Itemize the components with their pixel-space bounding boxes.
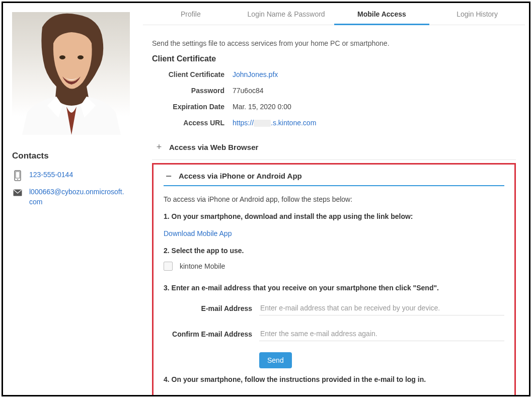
plus-icon: + <box>154 142 164 152</box>
page-container: Contacts 123-555-0144 l000663@cybozu.onm… <box>2 2 530 396</box>
expander-web-browser-title: Access via Web Browser <box>169 143 258 151</box>
url-redacted <box>254 120 271 127</box>
highlight-box-mobile-app: − Access via iPhone or Android App To ac… <box>152 163 516 395</box>
url-suffix: .s.kintone.com <box>271 119 316 127</box>
row-client-certificate: Client Certificate JohnJones.pfx <box>152 70 516 78</box>
link-access-url[interactable]: https://.s.kintone.com <box>233 119 316 127</box>
main-content: Profile Login Name & Password Mobile Acc… <box>139 3 529 395</box>
row-email: E-mail Address <box>164 301 504 315</box>
checkbox-kintone-mobile[interactable] <box>164 262 173 271</box>
link-download-mobile-app[interactable]: Download Mobile App <box>164 229 232 237</box>
value-expiration: Mar. 15, 2020 0:00 <box>233 103 291 111</box>
link-certificate-file[interactable]: JohnJones.pfx <box>233 70 278 78</box>
email-icon <box>12 187 23 198</box>
svg-point-1 <box>78 55 84 59</box>
tab-profile[interactable]: Profile <box>143 3 239 25</box>
contact-email-row: l000663@cybozu.onmicrosoft.com <box>12 187 127 207</box>
input-confirm-email[interactable] <box>259 327 504 341</box>
input-email[interactable] <box>259 301 504 315</box>
expander-web-browser[interactable]: + Access via Web Browser <box>152 135 516 160</box>
tab-login-history[interactable]: Login History <box>429 3 525 25</box>
contact-email-link[interactable]: l000663@cybozu.onmicrosoft.com <box>29 187 127 207</box>
value-password: 77u6oc84 <box>233 87 264 95</box>
row-access-url: Access URL https://.s.kintone.com <box>152 119 516 127</box>
mobile-app-intro: To access via iPhone or Android app, fol… <box>164 195 504 203</box>
row-password: Password 77u6oc84 <box>152 87 516 95</box>
contact-phone-link[interactable]: 123-555-0144 <box>29 170 73 180</box>
tab-bar: Profile Login Name & Password Mobile Acc… <box>143 3 525 25</box>
phone-icon <box>12 170 23 181</box>
step-2: 2. Select the app to use. <box>164 247 504 255</box>
label-confirm-email: Confirm E-mail Address <box>164 330 259 338</box>
label-client-certificate: Client Certificate <box>152 70 233 78</box>
tab-mobile-access[interactable]: Mobile Access <box>334 3 430 25</box>
svg-point-4 <box>17 179 18 180</box>
sidebar: Contacts 123-555-0144 l000663@cybozu.onm… <box>3 3 139 395</box>
expander-mobile-app[interactable]: − Access via iPhone or Android App <box>164 165 504 186</box>
contacts-heading: Contacts <box>12 151 127 161</box>
send-button-row: Send <box>164 352 504 368</box>
url-prefix: https:// <box>233 119 254 127</box>
step-3: 3. Enter an e-mail address that you rece… <box>164 284 504 292</box>
step-4: 4. On your smartphone, follow the instru… <box>164 375 504 383</box>
mobile-app-body: To access via iPhone or Android app, fol… <box>164 186 504 383</box>
step-1: 1. On your smartphone, download and inst… <box>164 212 504 220</box>
svg-rect-3 <box>16 172 20 178</box>
svg-point-0 <box>59 55 65 59</box>
intro-text: Send the settings file to access service… <box>152 39 516 47</box>
avatar <box>12 12 130 135</box>
row-expiration: Expiration Date Mar. 15, 2020 0:00 <box>152 103 516 111</box>
tab-content: Send the settings file to access service… <box>143 25 525 395</box>
checkbox-row-kintone-mobile: kintone Mobile <box>164 262 504 271</box>
label-access-url: Access URL <box>152 119 233 127</box>
client-cert-heading: Client Certificate <box>152 54 516 63</box>
minus-icon: − <box>164 173 174 180</box>
send-button[interactable]: Send <box>259 352 292 368</box>
label-expiration: Expiration Date <box>152 103 233 111</box>
label-email: E-mail Address <box>164 304 259 312</box>
checkbox-label-kintone-mobile: kintone Mobile <box>180 262 225 270</box>
row-confirm-email: Confirm E-mail Address <box>164 327 504 341</box>
tab-login-name-password[interactable]: Login Name & Password <box>239 3 334 25</box>
contact-phone-row: 123-555-0144 <box>12 170 127 181</box>
label-password: Password <box>152 87 233 95</box>
expander-mobile-app-title: Access via iPhone or Android App <box>179 172 302 180</box>
